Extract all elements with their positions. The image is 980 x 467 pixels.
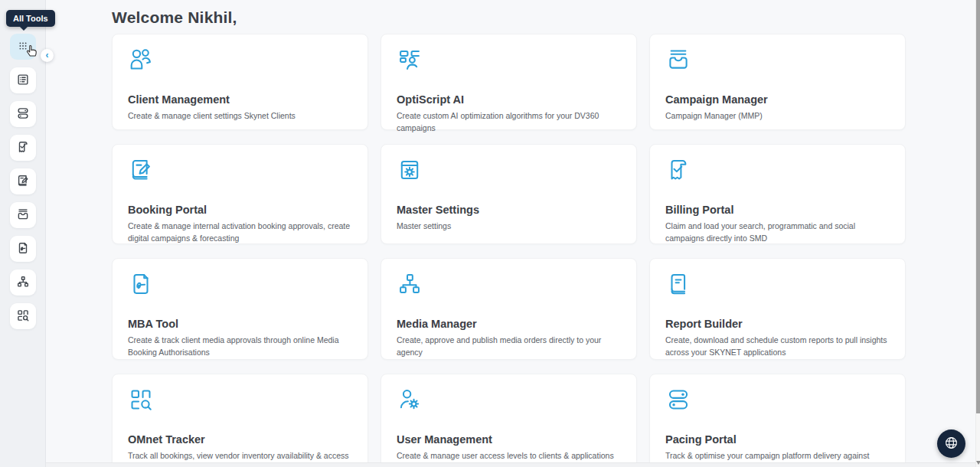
sidebar-item-booking-portal[interactable] xyxy=(10,168,36,194)
card-description: Campaign Manager (MMP) xyxy=(665,110,890,122)
optiscript-icon xyxy=(397,47,621,73)
tool-card-user-management[interactable]: User Management Create & manage user acc… xyxy=(381,374,637,467)
card-title: MBA Tool xyxy=(128,318,352,330)
list-panel-icon xyxy=(16,73,30,89)
sidebar-item-campaign-manager[interactable] xyxy=(10,202,36,228)
card-description: Master settings xyxy=(397,220,621,233)
globe-fab-button[interactable] xyxy=(937,429,965,458)
sidebar-item-mba-tool[interactable] xyxy=(10,236,36,262)
card-title: User Management xyxy=(397,433,621,446)
card-description: Create & manage internal activation book… xyxy=(128,220,352,245)
doc-signature-icon xyxy=(16,241,30,257)
card-description: Create custom AI optimization algorithms… xyxy=(397,110,621,135)
tool-card-mba-tool[interactable]: MBA Tool Create & track client media app… xyxy=(112,258,368,360)
report-book-icon xyxy=(665,271,890,297)
card-description: Create, approve and publish media orders… xyxy=(397,335,621,359)
sidebar-item-client-management[interactable] xyxy=(10,67,36,93)
sidebar-item-billing-portal[interactable] xyxy=(10,135,36,161)
card-title: Media Manager xyxy=(397,318,621,330)
doc-signature-icon xyxy=(128,271,352,297)
card-title: Master Settings xyxy=(397,204,621,216)
network-nodes-icon xyxy=(16,275,30,291)
tool-card-campaign-manager[interactable]: Campaign Manager Campaign Manager (MMP) xyxy=(649,34,906,130)
card-description: Create, download and schedule custom rep… xyxy=(665,335,890,359)
tool-card-report-builder[interactable]: Report Builder Create, download and sche… xyxy=(649,258,906,360)
tool-card-omnet-tracker[interactable]: OMnet Tracker Track all bookings, view v… xyxy=(112,374,368,467)
card-title: Report Builder xyxy=(665,318,890,330)
globe-icon xyxy=(943,435,959,453)
tool-card-client-management[interactable]: Client Management Create & manage client… xyxy=(112,34,368,130)
vertical-scrollbar[interactable] xyxy=(975,0,980,467)
scrollbar-thumb[interactable] xyxy=(976,0,980,413)
card-description: Create & manage user access levels to cl… xyxy=(397,450,621,462)
receipt-check-icon xyxy=(665,157,890,183)
card-title: Billing Portal xyxy=(665,204,890,216)
sidebar xyxy=(0,0,46,467)
sidebar-collapse-button[interactable]: ‹ xyxy=(41,49,54,62)
card-title: Booking Portal xyxy=(128,204,352,216)
tool-card-booking-portal[interactable]: Booking Portal Create & manage internal … xyxy=(112,144,368,244)
tool-card-billing-portal[interactable]: Billing Portal Claim and load your searc… xyxy=(649,144,906,244)
card-title: OMnet Tracker xyxy=(128,433,352,446)
sidebar-item-media-manager[interactable] xyxy=(10,269,36,296)
card-description: Create & manage client settings Skynet C… xyxy=(128,110,352,122)
tool-card-master-settings[interactable]: Master Settings Master settings xyxy=(381,144,637,244)
tray-icon xyxy=(16,207,30,224)
page-title: Welcome Nikhil, xyxy=(112,8,975,27)
card-title: Pacing Portal xyxy=(665,433,890,446)
receipt-check-icon xyxy=(16,140,30,156)
tool-card-optiscript-ai[interactable]: OptiScript AI Create custom AI optimizat… xyxy=(381,34,637,130)
tray-icon xyxy=(665,47,890,73)
grid-search-icon xyxy=(128,387,352,413)
user-gear-icon xyxy=(397,387,621,413)
hand-cursor-icon xyxy=(24,43,39,57)
sidebar-item-pacing-portal[interactable] xyxy=(10,101,36,127)
toggles-icon xyxy=(665,387,890,413)
sidebar-item-omnet-tracker[interactable] xyxy=(10,303,36,329)
window-gear-icon xyxy=(397,157,621,183)
users-icon xyxy=(128,47,352,73)
tools-grid: Client Management Create & manage client… xyxy=(112,34,906,467)
book-pencil-icon xyxy=(16,174,30,190)
network-nodes-icon xyxy=(397,271,621,297)
all-tools-tooltip: All Tools xyxy=(6,10,55,27)
card-description: Claim and load your search, programmatic… xyxy=(665,220,890,245)
tool-card-pacing-portal[interactable]: Pacing Portal Track & optimise your camp… xyxy=(649,374,906,467)
toggles-icon xyxy=(16,106,30,122)
book-pencil-icon xyxy=(128,157,352,183)
main-content: Welcome Nikhil, Client Management Create… xyxy=(46,0,975,467)
card-title: Client Management xyxy=(128,93,352,106)
card-description: Create & track client media approvals th… xyxy=(128,335,352,359)
card-title: OptiScript AI xyxy=(397,93,621,106)
card-title: Campaign Manager xyxy=(665,93,890,106)
horizontal-scrollbar[interactable] xyxy=(46,462,975,467)
scrollbar-down-arrow-icon[interactable] xyxy=(976,461,980,465)
grid-search-icon xyxy=(16,309,30,325)
tool-card-media-manager[interactable]: Media Manager Create, approve and publis… xyxy=(381,258,637,360)
